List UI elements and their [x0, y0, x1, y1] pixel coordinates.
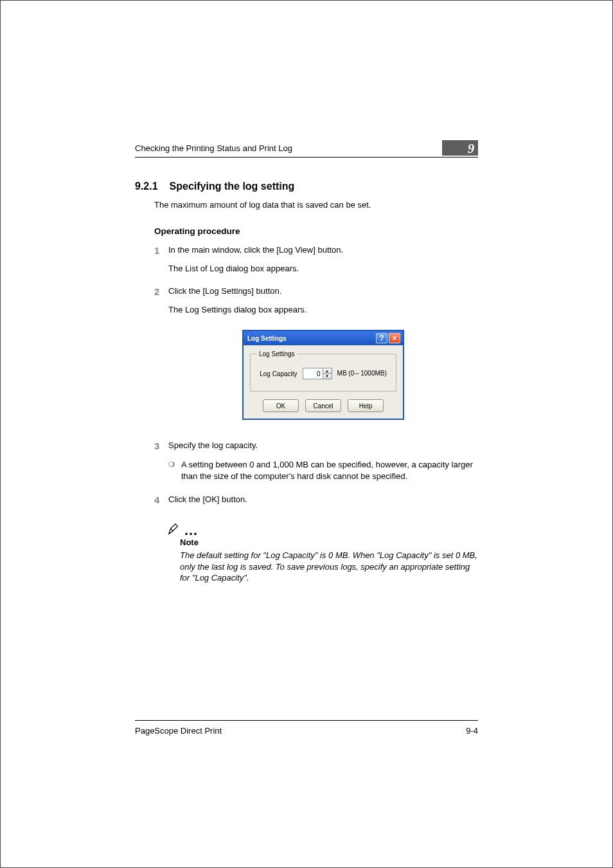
- dialog-titlebar: Log Settings ? ×: [244, 331, 403, 345]
- step-2: Click the [Log Settings] button. The Log…: [154, 286, 478, 420]
- ok-button[interactable]: OK: [263, 399, 299, 412]
- step-2-text: Click the [Log Settings] button.: [168, 286, 281, 296]
- spinner-up-button[interactable]: ▲: [323, 368, 332, 374]
- pen-icon: [167, 522, 181, 536]
- page: Checking the Printing Status and Print L…: [0, 0, 613, 868]
- help-button[interactable]: Help: [348, 399, 384, 412]
- content-area: 9.2.1 Specifying the log setting The max…: [135, 181, 478, 584]
- step-2-result: The Log Settings dialog box appears.: [168, 305, 478, 314]
- titlebar-help-button[interactable]: ?: [376, 333, 387, 343]
- log-settings-group: Log Settings Log Capacity ▲ ▼: [250, 350, 396, 392]
- group-legend: Log Settings: [257, 350, 297, 357]
- dialog-screenshot: Log Settings ? × Log Settings Log Capaci…: [168, 330, 478, 420]
- step-4-text: Click the [OK] button.: [168, 494, 247, 504]
- operating-procedure-heading: Operating procedure: [154, 226, 478, 236]
- running-header: Checking the Printing Status and Print L…: [135, 140, 478, 156]
- step-1: In the main window, click the [Log View]…: [154, 245, 478, 273]
- header-rule: [135, 157, 478, 158]
- chapter-badge: 9: [442, 140, 478, 156]
- steps-list: In the main window, click the [Log View]…: [154, 245, 478, 504]
- capacity-label: Log Capacity: [260, 370, 297, 377]
- footer-rule: [135, 720, 478, 721]
- section-intro: The maximum amount of log data that is s…: [154, 200, 478, 210]
- step-3: Specify the log capacity. A setting betw…: [154, 440, 478, 482]
- spinner-down-button[interactable]: ▼: [323, 374, 332, 379]
- step-3-bullet: A setting between 0 and 1,000 MB can be …: [168, 459, 478, 482]
- step-4: Click the [OK] button.: [154, 494, 478, 504]
- footer-product: PageScope Direct Print: [135, 726, 222, 736]
- section-title: Specifying the log setting: [170, 181, 295, 192]
- running-header-title: Checking the Printing Status and Print L…: [135, 143, 434, 153]
- dialog-button-row: OK Cancel Help: [250, 399, 396, 412]
- note-label: Note: [180, 538, 478, 547]
- capacity-row: Log Capacity ▲ ▼ MB (0～1000MB): [257, 368, 389, 379]
- log-settings-dialog: Log Settings ? × Log Settings Log Capaci…: [242, 330, 404, 420]
- page-footer: PageScope Direct Print 9-4: [135, 720, 478, 736]
- titlebar-close-button[interactable]: ×: [389, 333, 400, 343]
- step-1-text: In the main window, click the [Log View]…: [168, 245, 343, 255]
- dialog-body: Log Settings Log Capacity ▲ ▼: [244, 345, 403, 419]
- note-text: The default setting for "Log Capacity" i…: [180, 550, 478, 584]
- note-icon-row: …: [167, 522, 478, 536]
- capacity-unit: MB (0～1000MB): [337, 369, 387, 378]
- note-dots-icon: …: [184, 523, 199, 538]
- footer-page-number: 9-4: [466, 726, 478, 736]
- capacity-input[interactable]: [303, 368, 323, 379]
- section-number: 9.2.1: [135, 181, 158, 192]
- dialog-title: Log Settings: [247, 335, 287, 342]
- capacity-spinner[interactable]: ▲ ▼: [303, 368, 332, 379]
- cancel-button[interactable]: Cancel: [305, 399, 341, 412]
- note-block: … Note The default setting for "Log Capa…: [167, 522, 478, 584]
- step-1-result: The List of Log dialog box appears.: [168, 264, 478, 273]
- step-3-text: Specify the log capacity.: [168, 440, 258, 450]
- spinner-buttons: ▲ ▼: [323, 368, 332, 379]
- section-heading: 9.2.1 Specifying the log setting: [135, 181, 478, 192]
